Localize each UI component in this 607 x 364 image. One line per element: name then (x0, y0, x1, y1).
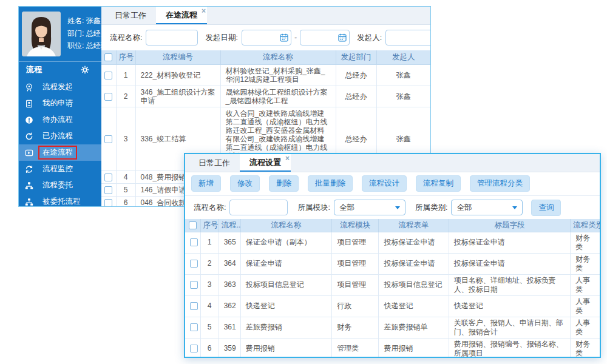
module-select[interactable]: 全部 (334, 200, 405, 215)
column-header[interactable]: 流程... (219, 219, 240, 232)
sidebar-item-delegated-flows[interactable]: 被委托流程 (19, 194, 101, 206)
row-checkbox[interactable] (190, 302, 198, 310)
search-button[interactable]: 查询 (531, 200, 561, 216)
select-all-checkbox[interactable] (104, 53, 112, 61)
calendar-icon[interactable] (280, 33, 288, 42)
row-checkbox[interactable] (104, 72, 112, 79)
sidebar-item-label: 在途流程 (38, 146, 77, 160)
table-cell: 差旅费报销单 (379, 317, 449, 338)
flow-design-button[interactable]: 流程设计 (362, 175, 407, 192)
calendar-icon[interactable] (338, 33, 347, 42)
table-cell: 222_材料验收登记 (135, 64, 220, 86)
table-row[interactable]: 2364保证金申请项目管理投标保证金申请投标保证金申请财务类 (185, 253, 600, 274)
sidebar-item-flow-initiate[interactable]: 流程发起 (19, 79, 101, 95)
in-transit-icon (24, 148, 33, 157)
tab-label: 在途流程 (166, 10, 197, 21)
sidebar-item-my-applications[interactable]: 我的申请 (19, 95, 101, 112)
sidebar-section-header: 流程 (19, 61, 101, 77)
sidebar-item-label: 已办流程 (38, 129, 77, 143)
column-header[interactable]: 流程编号 (135, 50, 220, 64)
row-checkbox[interactable] (104, 135, 112, 143)
table-cell: 1 (200, 232, 219, 253)
table-cell: 财务 (332, 317, 379, 338)
table-row[interactable]: 6359费用报销管理类费用报销费用报销、报销编号、报销名称、所属项目财务类 (185, 338, 600, 358)
sidebar-item-todo-flows[interactable]: 待办流程 (19, 112, 101, 128)
row-checkbox[interactable] (104, 174, 112, 181)
table-cell: 项目管理 (332, 253, 379, 274)
sidebar-item-label: 流程监控 (38, 162, 77, 176)
gear-icon[interactable] (80, 65, 89, 74)
table-cell: 费用报销、报销编号、报销名称、所属项目 (449, 338, 571, 358)
column-header[interactable]: 流程表单 (379, 219, 449, 232)
column-header[interactable]: 序号 (200, 219, 219, 232)
table-cell: 费用报销 (379, 338, 449, 358)
table-cell: 财务类 (571, 232, 600, 253)
table-cell: 费用报销 (240, 338, 331, 358)
row-checkbox[interactable] (104, 199, 112, 206)
table-cell: 项目管理 (332, 274, 379, 295)
column-header[interactable]: 流程名称 (220, 50, 336, 64)
row-checkbox[interactable] (190, 238, 198, 246)
manage-categories-button[interactable]: 管理流程分类 (470, 175, 530, 192)
column-header[interactable]: 流程类别 (571, 219, 600, 232)
edit-button[interactable]: 修改 (230, 175, 260, 192)
row-checkbox[interactable] (104, 93, 112, 101)
add-button[interactable]: 新增 (191, 175, 221, 192)
table-cell: 5 (200, 317, 219, 338)
row-checkbox[interactable] (190, 323, 198, 331)
table-cell: 晟铭园林绿化工程组织设计方案_晟铭园林绿化工程 (220, 86, 336, 107)
table-cell: 365 (219, 232, 240, 253)
sidebar-item-flow-monitor[interactable]: 流程监控 (19, 161, 101, 177)
column-header[interactable]: 流程模块 (332, 219, 379, 232)
table-cell: 6 (116, 197, 135, 206)
table-row[interactable]: 4362快递登记行政快递登记快递登记人事类 (185, 295, 600, 317)
category-select[interactable]: 全部 (451, 200, 523, 215)
column-header[interactable]: 发起人 (376, 50, 430, 64)
initiator-input[interactable] (385, 30, 430, 46)
flow-copy-button[interactable]: 流程复制 (416, 175, 461, 192)
tab-daily-work[interactable]: 日常工作 (105, 7, 156, 24)
table-cell: 4 (200, 295, 219, 317)
sidebar-item-label: 流程委托 (38, 178, 77, 192)
flow-name-input[interactable] (146, 30, 198, 46)
column-header[interactable]: 标题字段 (449, 219, 571, 232)
tab-flow-settings[interactable]: 流程设置× (240, 154, 291, 172)
table-row[interactable]: 3363投标项目信息登记项目管理投标项目信息登记项目名称、详细地址、投标负责人、… (185, 274, 600, 295)
table-cell: 张鑫 (376, 86, 430, 107)
sidebar-item-done-flows[interactable]: 已办流程 (19, 128, 101, 144)
profile-photo (22, 12, 61, 56)
table-cell: 材料验收登记_材料采购_张鑫_华润12城房建工程项目 (220, 64, 336, 86)
tab-daily-work[interactable]: 日常工作 (189, 154, 240, 172)
row-checkbox[interactable] (190, 281, 198, 289)
row-checkbox[interactable] (190, 260, 198, 268)
tab-label: 日常工作 (115, 10, 146, 21)
flow-name-input[interactable] (229, 200, 288, 215)
sidebar-item-flow-delegate[interactable]: 流程委托 (19, 177, 101, 194)
table-row[interactable]: 5361差旅费报销财务差旅费报销单关联客户、报销人、申请日期、部门、报销合计人事… (185, 317, 600, 338)
close-icon[interactable]: × (202, 7, 206, 15)
batch-delete-button[interactable]: 批量删除 (308, 175, 353, 192)
row-checkbox[interactable] (104, 186, 112, 194)
select-all-checkbox[interactable] (189, 221, 197, 229)
table-cell: 6 (200, 338, 219, 358)
tab-in-transit-flows[interactable]: 在途流程× (156, 7, 207, 24)
close-icon[interactable]: × (285, 155, 290, 162)
table-row[interactable]: 2346_施工组织设计方案申请晟铭园林绿化工程组织设计方案_晟铭园林绿化工程总经… (101, 86, 430, 107)
table-cell: 快递登记 (379, 295, 449, 317)
tab-label: 流程设置 (249, 157, 281, 168)
table-cell: 项目名称、详细地址、投标负责人、投标日期 (449, 274, 571, 295)
sidebar-item-label: 待办流程 (38, 113, 77, 127)
table-cell: 4 (116, 170, 135, 183)
column-header[interactable]: 发起部门 (336, 50, 376, 64)
table-row[interactable]: 1222_材料验收登记材料验收登记_材料采购_张鑫_华润12城房建工程项目总经办… (101, 64, 430, 86)
profile-title: 职位: 总经理 (67, 41, 101, 51)
delete-button[interactable]: 删除 (269, 175, 299, 192)
table-cell: 张鑫 (376, 64, 430, 86)
column-header[interactable]: 序号 (116, 50, 135, 64)
sidebar-item-in-transit-flows[interactable]: 在途流程 (19, 144, 101, 161)
id-card-icon (24, 99, 33, 108)
row-checkbox[interactable] (190, 345, 198, 352)
column-header[interactable]: 流程名称 (240, 219, 331, 232)
table-row[interactable]: 1365保证金申请（副本）项目管理投标保证金申请投标保证金申请财务类 (185, 232, 600, 253)
tab-label: 日常工作 (198, 158, 230, 169)
